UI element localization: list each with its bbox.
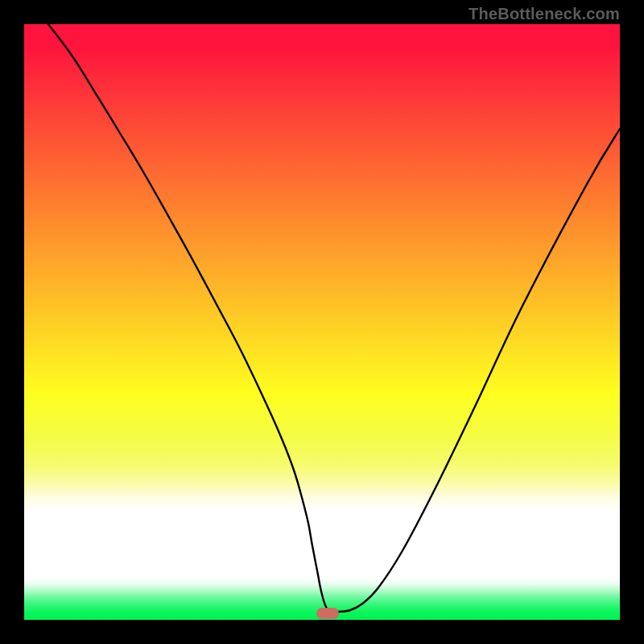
bottleneck-curve: [24, 24, 620, 620]
watermark-text: TheBottleneck.com: [469, 5, 620, 23]
minimum-marker: [316, 608, 339, 619]
